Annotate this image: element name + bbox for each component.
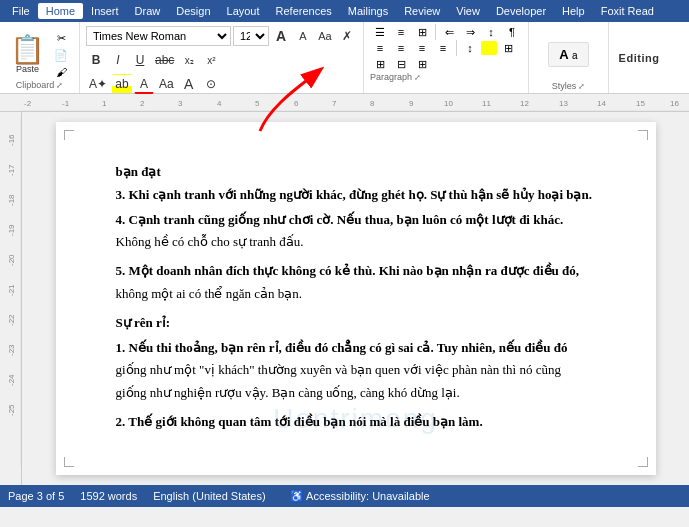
- font-size-select[interactable]: 12: [233, 26, 269, 46]
- accessibility: ♿ Accessibility: Unavailable: [290, 490, 430, 503]
- borders-button[interactable]: ⊞: [498, 40, 518, 56]
- styles-label: Styles ⤢: [552, 81, 586, 91]
- svg-text:8: 8: [370, 99, 375, 108]
- cut-button[interactable]: ✂: [51, 30, 71, 46]
- bullets-button[interactable]: ☰: [370, 24, 390, 40]
- svg-text:-23: -23: [7, 344, 16, 356]
- language: English (United States): [153, 490, 266, 502]
- para-p2: 4. Cạnh tranh cũng giống như chơi cờ. Nế…: [116, 210, 596, 231]
- highlight-color-button[interactable]: ab: [112, 74, 132, 94]
- para-top: bạn đạt: [116, 162, 596, 183]
- document-page[interactable]: bạn đạt 3. Khi cạnh tranh với những ngườ…: [56, 122, 656, 475]
- svg-text:-24: -24: [7, 374, 16, 386]
- vertical-ruler-svg: -16 -17 -18 -19 -20 -21 -22 -23 -24 -25: [0, 116, 22, 466]
- svg-text:6: 6: [294, 99, 299, 108]
- ruler-svg: -2 -1 1 2 3 4 5 6 7 8 9 10 11 12 13 14 1…: [22, 95, 689, 111]
- text-effect-button[interactable]: A✦: [86, 74, 110, 94]
- sort-button[interactable]: ↕: [481, 24, 501, 40]
- special-char-button[interactable]: ⊙: [201, 74, 221, 94]
- menu-bar: File Home Insert Draw Design Layout Refe…: [0, 0, 689, 22]
- shrink-font-button[interactable]: A: [293, 26, 313, 46]
- svg-text:14: 14: [597, 99, 606, 108]
- para-p7: 1. Nếu thi thoảng, bạn rên rỉ, điều đó c…: [116, 338, 596, 359]
- page-corner-bl: [64, 457, 74, 467]
- svg-text:13: 13: [559, 99, 568, 108]
- page-corner-tl: [64, 130, 74, 140]
- align-right-button[interactable]: ≡: [412, 40, 432, 56]
- align-left-button[interactable]: ≡: [370, 40, 390, 56]
- line-spacing-button[interactable]: ↕: [460, 40, 480, 56]
- format-painter-button[interactable]: 🖌: [51, 64, 71, 80]
- para-p8: giống như một "vị khách" thường xuyên và…: [116, 360, 596, 381]
- italic-button[interactable]: I: [108, 50, 128, 70]
- document-text[interactable]: bạn đạt 3. Khi cạnh tranh với những ngườ…: [116, 162, 596, 433]
- align-center-button[interactable]: ≡: [391, 40, 411, 56]
- paragraph-label: Paragraph ⤢: [370, 72, 522, 82]
- change-case-button[interactable]: Aa: [315, 26, 335, 46]
- menu-help[interactable]: Help: [554, 3, 593, 19]
- paste-button[interactable]: 📋 Paste: [8, 34, 47, 76]
- copy-button[interactable]: 📄: [51, 47, 71, 63]
- multilevel-list-button[interactable]: ⊞: [412, 24, 432, 40]
- font-format-row: B I U abc x₂ x²: [86, 48, 357, 72]
- bold-button[interactable]: B: [86, 50, 106, 70]
- menu-draw[interactable]: Draw: [127, 3, 169, 19]
- justify-button[interactable]: ≡: [433, 40, 453, 56]
- para-p10: 2. Thế giới không quan tâm tới điều bạn …: [116, 412, 596, 433]
- menu-layout[interactable]: Layout: [219, 3, 268, 19]
- svg-text:3: 3: [178, 99, 183, 108]
- font-color-button[interactable]: A: [134, 74, 154, 94]
- status-bar: Page 3 of 5 1592 words English (United S…: [0, 485, 689, 507]
- svg-text:-1: -1: [62, 99, 70, 108]
- horizontal-ruler: -2 -1 1 2 3 4 5 6 7 8 9 10 11 12 13 14 1…: [0, 94, 689, 112]
- shading-button[interactable]: [481, 41, 497, 55]
- font-size-aa-button[interactable]: Aa: [156, 74, 177, 94]
- increase-indent-button[interactable]: ⇒: [460, 24, 480, 40]
- editing-group: Editing: [609, 22, 669, 93]
- svg-text:-21: -21: [7, 284, 16, 296]
- font-style-A-button[interactable]: A: [179, 74, 199, 94]
- group-btn2[interactable]: ⊞: [412, 56, 432, 72]
- svg-text:-20: -20: [7, 254, 16, 266]
- menu-references[interactable]: References: [268, 3, 340, 19]
- page-container[interactable]: bạn đạt 3. Khi cạnh tranh với những ngườ…: [22, 112, 689, 485]
- show-marks-button[interactable]: ¶: [502, 24, 522, 40]
- numbering-button[interactable]: ≡: [391, 24, 411, 40]
- menu-developer[interactable]: Developer: [488, 3, 554, 19]
- superscript-button[interactable]: x²: [201, 50, 221, 70]
- decrease-indent-button[interactable]: ⇐: [439, 24, 459, 40]
- editing-label: Editing: [619, 52, 660, 64]
- paragraph-group: ☰ ≡ ⊞ ⇐ ⇒ ↕ ¶ ≡ ≡ ≡ ≡ ↕ ⊞ ⊞ ⊟ ⊞ Paragrap…: [364, 22, 529, 93]
- styles-group: A a Styles ⤢: [529, 22, 609, 93]
- svg-text:-2: -2: [24, 99, 32, 108]
- underline-button[interactable]: U: [130, 50, 150, 70]
- clear-format-button[interactable]: ✗: [337, 26, 357, 46]
- col-layout-button[interactable]: ⊞: [370, 56, 390, 72]
- svg-text:-16: -16: [7, 134, 16, 146]
- svg-text:4: 4: [217, 99, 222, 108]
- menu-review[interactable]: Review: [396, 3, 448, 19]
- menu-foxit[interactable]: Foxit Read: [593, 3, 662, 19]
- menu-mailings[interactable]: Mailings: [340, 3, 396, 19]
- svg-text:-25: -25: [7, 404, 16, 416]
- font-name-select[interactable]: Times New Roman: [86, 26, 231, 46]
- grow-font-button[interactable]: A: [271, 26, 291, 46]
- paragraph-row1: ☰ ≡ ⊞ ⇐ ⇒ ↕ ¶: [370, 24, 522, 40]
- menu-view[interactable]: View: [448, 3, 488, 19]
- group-btn1[interactable]: ⊟: [391, 56, 411, 72]
- menu-home[interactable]: Home: [38, 3, 83, 19]
- svg-text:1: 1: [102, 99, 107, 108]
- styles-preview[interactable]: A a: [548, 42, 588, 67]
- svg-text:10: 10: [444, 99, 453, 108]
- svg-text:11: 11: [482, 99, 491, 108]
- menu-insert[interactable]: Insert: [83, 3, 127, 19]
- menu-design[interactable]: Design: [168, 3, 218, 19]
- para-p6: Sự rên rỉ:: [116, 313, 596, 334]
- svg-text:15: 15: [636, 99, 645, 108]
- strikethrough-button[interactable]: abc: [152, 50, 177, 70]
- menu-file[interactable]: File: [4, 3, 38, 19]
- para-p5: không một ai có thể ngăn cản bạn.: [116, 284, 596, 305]
- svg-text:-19: -19: [7, 224, 16, 236]
- svg-text:16: 16: [670, 99, 679, 108]
- subscript-button[interactable]: x₂: [179, 50, 199, 70]
